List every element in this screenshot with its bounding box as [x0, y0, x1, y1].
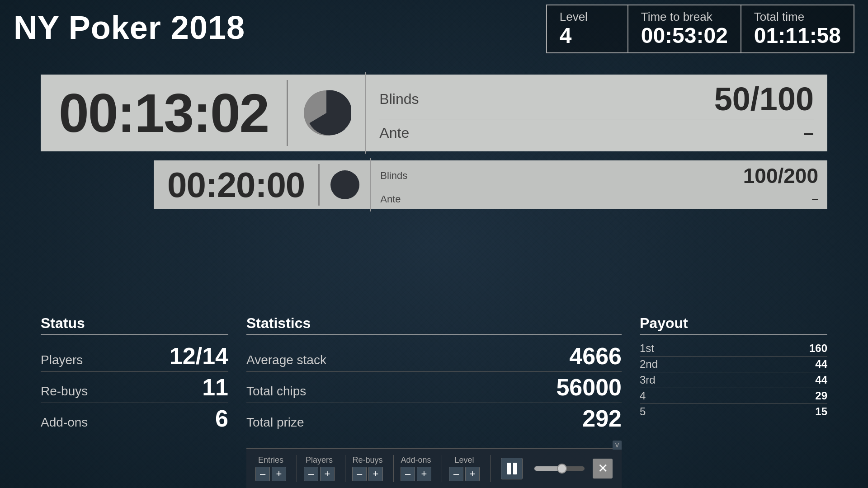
payout-3rd-amount: 44 [815, 374, 827, 386]
total-chips-label: Total chips [246, 384, 306, 399]
rebuys-buttons: – + [352, 467, 383, 481]
control-bar: v Entries – + Players – + Re-buys – + Ad… [246, 448, 622, 488]
ante-label: Ante [379, 125, 409, 141]
level-buttons: – + [449, 467, 480, 481]
current-timer: 00:13:02 [41, 82, 287, 144]
pause-bar-2 [513, 463, 517, 474]
blinds-value: 50/100 [714, 83, 814, 115]
status-rebuys-value: 11 [202, 374, 228, 401]
ctrl-divider-3 [393, 455, 394, 482]
level-box: Level 4 [547, 5, 628, 52]
avg-stack-row: Average stack 4666 [246, 341, 622, 372]
payout-5th-row: 5 15 [640, 404, 827, 419]
blinds-label: Blinds [379, 91, 419, 108]
status-rebuys-row: Re-buys 11 [41, 372, 228, 403]
entries-plus-btn[interactable]: + [272, 467, 286, 481]
stats-area: Status Players 12/14 Re-buys 11 Add-ons … [41, 315, 827, 434]
payout-2nd-row: 2nd 44 [640, 357, 827, 372]
payout-4th-amount: 29 [815, 389, 827, 402]
payout-5th-place: 5 [640, 405, 646, 418]
pause-icon [507, 463, 517, 474]
close-button[interactable]: ✕ [593, 459, 613, 479]
ctrl-divider-4 [442, 455, 442, 482]
level-plus-btn[interactable]: + [465, 467, 480, 481]
next-blinds-value: 100/200 [743, 164, 818, 188]
total-prize-label: Total prize [246, 415, 304, 430]
payout-4th-place: 4 [640, 389, 646, 402]
ctrl-divider-5 [490, 455, 491, 482]
level-minus-btn[interactable]: – [449, 467, 463, 481]
rebuys-plus-btn[interactable]: + [368, 467, 383, 481]
payout-3rd-row: 3rd 44 [640, 372, 827, 388]
status-players-label: Players [41, 353, 83, 367]
current-blinds-area: Blinds 50/100 Ante – [365, 72, 827, 154]
payout-3rd-place: 3rd [640, 374, 656, 386]
addons-plus-btn[interactable]: + [417, 467, 431, 481]
entries-buttons: – + [255, 467, 286, 481]
players-control: Players – + [304, 455, 335, 481]
next-level-card: 00:20:00 Blinds 100/200 Ante – [154, 160, 827, 209]
status-players-value: 12/14 [170, 343, 228, 370]
total-time-label: Total time [754, 10, 841, 24]
next-level-progress-pie [329, 169, 361, 201]
level-ctrl-label: Level [454, 455, 474, 465]
ante-row: Ante – [379, 119, 814, 147]
addons-ctrl-label: Add-ons [401, 455, 431, 465]
v-badge: v [613, 441, 622, 450]
app-title: NY Poker 2018 [14, 9, 245, 46]
status-addons-row: Add-ons 6 [41, 403, 228, 434]
time-to-break-label: Time to break [641, 10, 728, 24]
svg-point-1 [330, 170, 359, 199]
top-info-panel: Level 4 Time to break 00:53:02 Total tim… [546, 5, 854, 53]
level-value: 4 [560, 24, 615, 48]
level-progress-pie [302, 88, 351, 138]
addons-minus-btn[interactable]: – [401, 467, 415, 481]
next-timer: 00:20:00 [154, 164, 318, 206]
players-ctrl-label: Players [306, 455, 333, 465]
total-time-value: 01:11:58 [754, 24, 841, 48]
total-chips-row: Total chips 56000 [246, 372, 622, 403]
time-to-break-value: 00:53:02 [641, 24, 728, 48]
total-prize-row: Total prize 292 [246, 403, 622, 434]
players-plus-btn[interactable]: + [320, 467, 335, 481]
pause-button[interactable] [501, 458, 523, 479]
avg-stack-value: 4666 [569, 343, 622, 370]
pie-chart-area [288, 88, 365, 138]
payout-1st-place: 1st [640, 342, 654, 355]
statistics-title: Statistics [246, 315, 622, 335]
status-players-row: Players 12/14 [41, 341, 228, 372]
payout-1st-amount: 160 [809, 342, 827, 355]
addons-buttons: – + [401, 467, 431, 481]
entries-minus-btn[interactable]: – [255, 467, 270, 481]
total-chips-value: 56000 [556, 374, 622, 401]
payout-panel: Payout 1st 160 2nd 44 3rd 44 4 29 5 15 [640, 315, 827, 434]
status-rebuys-label: Re-buys [41, 384, 88, 399]
players-minus-btn[interactable]: – [304, 467, 318, 481]
rebuys-ctrl-label: Re-buys [352, 455, 382, 465]
status-panel: Status Players 12/14 Re-buys 11 Add-ons … [41, 315, 228, 434]
rebuys-control: Re-buys – + [352, 455, 383, 481]
payout-5th-amount: 15 [815, 405, 827, 418]
status-addons-label: Add-ons [41, 415, 88, 430]
payout-title: Payout [640, 315, 827, 335]
rebuys-minus-btn[interactable]: – [352, 467, 367, 481]
next-ante-label: Ante [380, 193, 401, 205]
time-to-break-box: Time to break 00:53:02 [628, 5, 741, 52]
ctrl-divider-2 [345, 455, 345, 482]
total-time-box: Total time 01:11:58 [741, 5, 854, 52]
entries-control: Entries – + [255, 455, 286, 481]
progress-thumb[interactable] [557, 464, 567, 474]
next-ante-row: Ante – [380, 190, 818, 208]
pause-bar-1 [507, 463, 511, 474]
progress-track[interactable] [534, 466, 585, 471]
level-control: Level – + [449, 455, 480, 481]
entries-label: Entries [258, 455, 283, 465]
next-blinds-area: Blinds 100/200 Ante – [370, 158, 827, 211]
ante-value: – [804, 123, 814, 143]
blinds-row: Blinds 50/100 [379, 79, 814, 119]
next-blinds-label: Blinds [380, 170, 407, 182]
payout-1st-row: 1st 160 [640, 341, 827, 357]
ctrl-divider-1 [297, 455, 297, 482]
status-addons-value: 6 [215, 405, 228, 432]
next-pie-chart-area [320, 169, 370, 201]
